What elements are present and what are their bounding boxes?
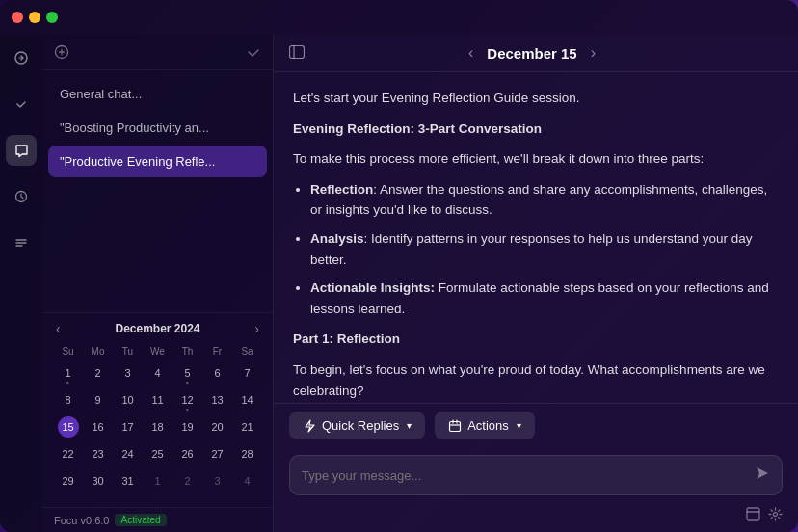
chat-list: General chat... "Boosting Productivity a… [42, 70, 273, 312]
calendar-day[interactable]: 14 [233, 387, 261, 412]
calendar-day[interactable]: 20 [203, 414, 231, 439]
calendar-day[interactable]: 3 [114, 360, 142, 386]
calendar-next-button[interactable]: › [251, 321, 263, 336]
bullet-analysis: Analysis: Identify patterns in your resp… [310, 228, 779, 270]
actions-chevron: ▾ [517, 420, 521, 431]
message-heading: Evening Reflection: 3-Part Conversation [293, 119, 779, 140]
main-layout: General chat... "Boosting Productivity a… [0, 35, 798, 532]
sidebar-list-button[interactable] [6, 227, 37, 258]
message-intro: Let's start your Evening Reflection Guid… [293, 88, 779, 109]
svg-point-7 [774, 513, 778, 517]
app-window: General chat... "Boosting Productivity a… [0, 0, 798, 532]
svg-rect-5 [450, 421, 461, 431]
calendar-day[interactable]: 30 [84, 468, 112, 493]
calendar-weekday: Tu [114, 344, 142, 359]
chat-prev-button[interactable]: ‹ [463, 42, 479, 64]
chat-title-group: ‹ December 15 › [463, 42, 601, 64]
calendar-day[interactable]: 4 [144, 360, 172, 386]
calendar-day[interactable]: 22 [54, 441, 82, 466]
calendar-day[interactable]: 28 [233, 441, 261, 466]
calendar-day[interactable]: 17 [114, 414, 142, 439]
header-sidebar-toggle[interactable] [289, 45, 305, 62]
chat-item-boosting[interactable]: "Boosting Productivity an... [48, 112, 267, 144]
message-part1-heading: Part 1: Reflection [293, 329, 779, 350]
calendar-day[interactable]: 4 [233, 468, 261, 493]
chat-sidebar: General chat... "Boosting Productivity a… [42, 35, 274, 532]
calendar-day[interactable]: 12 [173, 387, 201, 412]
calendar-day[interactable]: 3 [203, 468, 231, 493]
chat-toolbar: Quick Replies ▾ Actions ▾ [274, 403, 798, 447]
calendar-day[interactable]: 7 [233, 360, 261, 386]
calendar-day[interactable]: 15 [54, 414, 82, 439]
calendar-day[interactable]: 18 [144, 414, 172, 439]
actions-calendar-icon [448, 419, 462, 433]
chat-item-general[interactable]: General chat... [48, 78, 267, 110]
calendar-prev-button[interactable]: ‹ [52, 321, 65, 336]
window-icon-button[interactable] [746, 507, 760, 524]
sidebar-check-button[interactable] [6, 89, 37, 120]
chat-sidebar-header [42, 35, 273, 70]
chat-next-button[interactable]: › [585, 42, 601, 64]
minimize-button[interactable] [29, 12, 40, 23]
calendar-day[interactable]: 1 [144, 468, 172, 493]
calendar-weekday: Sa [233, 344, 261, 359]
calendar-day[interactable]: 25 [144, 441, 172, 466]
lightning-icon [303, 419, 316, 433]
maximize-button[interactable] [46, 12, 58, 23]
calendar-weekday: Fr [203, 344, 231, 359]
calendar-day[interactable]: 21 [233, 414, 261, 439]
message-desc: To make this process more efficient, we'… [293, 148, 779, 170]
calendar-day[interactable]: 8 [54, 387, 82, 412]
calendar-day[interactable]: 16 [84, 414, 112, 439]
actions-button[interactable]: Actions ▾ [435, 412, 535, 439]
activated-badge: Activated [115, 514, 166, 526]
chat-item-reflection[interactable]: "Productive Evening Refle... [48, 146, 267, 177]
calendar-day[interactable]: 29 [54, 468, 82, 493]
calendar-day[interactable]: 10 [114, 387, 142, 412]
settings-icon-button[interactable] [768, 507, 783, 524]
calendar-day[interactable]: 2 [173, 468, 201, 493]
chat-main: ‹ December 15 › Let's start your Evening… [274, 35, 798, 532]
svg-rect-3 [290, 45, 305, 58]
calendar-day[interactable]: 31 [114, 468, 142, 493]
message-input[interactable] [302, 468, 755, 483]
calendar-grid: SuMoTuWeThFrSa 1234567891011121314151617… [52, 342, 263, 495]
quick-replies-chevron: ▾ [407, 420, 412, 431]
sidebar-back-button[interactable] [6, 42, 37, 73]
calendar-day[interactable]: 6 [203, 360, 231, 386]
bullet-insights: Actionable Insights: Formulate actionabl… [310, 278, 779, 319]
calendar-header: ‹ December 2024 › [52, 321, 263, 336]
calendar-day[interactable]: 26 [173, 441, 201, 466]
quick-replies-button[interactable]: Quick Replies ▾ [289, 412, 425, 439]
svg-rect-6 [747, 508, 759, 520]
calendar-day[interactable]: 23 [84, 441, 112, 466]
app-version: Focu v0.6.0 [54, 515, 109, 526]
calendar-weekday: Mo [84, 344, 112, 359]
send-button[interactable] [755, 466, 770, 485]
calendar-month-year: December 2024 [115, 322, 200, 335]
calendar-day[interactable]: 19 [173, 414, 201, 439]
sidebar-header-icon [54, 44, 69, 60]
chat-header: ‹ December 15 › [274, 35, 798, 72]
calendar-day[interactable]: 5 [173, 360, 201, 386]
calendar-weekday: We [144, 344, 172, 359]
message-block: Let's start your Evening Reflection Guid… [293, 88, 779, 403]
message-part1-text: To begin, let's focus on what you're pro… [293, 359, 779, 401]
calendar-weekday: Th [173, 344, 201, 359]
calendar-day[interactable]: 9 [84, 387, 112, 412]
calendar-day[interactable]: 13 [203, 387, 231, 412]
calendar-day[interactable]: 11 [144, 387, 172, 412]
status-bar: Focu v0.6.0 Activated [42, 507, 273, 532]
icon-sidebar [0, 35, 42, 532]
calendar-weekday: Su [54, 344, 82, 359]
close-button[interactable] [12, 12, 23, 23]
sidebar-clock-button[interactable] [6, 181, 37, 212]
sidebar-chat-button[interactable] [6, 135, 37, 166]
calendar-day[interactable]: 2 [84, 360, 112, 386]
title-bar [0, 0, 798, 35]
message-input-area [274, 447, 798, 507]
calendar-day[interactable]: 27 [203, 441, 231, 466]
calendar-day[interactable]: 24 [114, 441, 142, 466]
chat-messages: Let's start your Evening Reflection Guid… [274, 72, 798, 403]
calendar-day[interactable]: 1 [54, 360, 82, 386]
